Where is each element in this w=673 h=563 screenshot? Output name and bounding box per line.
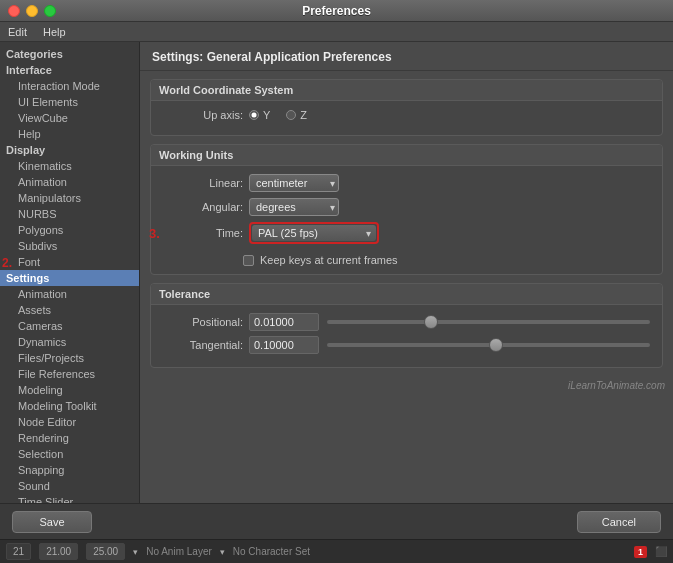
- menu-edit[interactable]: Edit: [8, 26, 27, 38]
- linear-row: Linear: millimetercentimetermeterkilomet…: [163, 174, 650, 192]
- angular-dropdown[interactable]: degreesradians: [249, 198, 339, 216]
- content-panel: Settings: General Application Preference…: [140, 42, 673, 503]
- statusbar: 21 21.00 25.00 ▾ No Anim Layer ▾ No Char…: [0, 539, 673, 563]
- sidebar-item-file-references[interactable]: File References: [0, 366, 139, 382]
- linear-label: Linear:: [163, 177, 243, 189]
- maximize-button[interactable]: [44, 5, 56, 17]
- main-content: Categories Interface Interaction Mode UI…: [0, 42, 673, 503]
- tangential-row: Tangential:: [163, 336, 650, 354]
- sidebar-item-help[interactable]: Help: [0, 126, 139, 142]
- sidebar-categories-header: Categories: [0, 46, 139, 62]
- tolerance-group: Tolerance Positional: Tangential:: [150, 283, 663, 368]
- world-coordinate-content: Up axis: Y Z: [151, 101, 662, 135]
- sidebar-item-interaction-mode[interactable]: Interaction Mode: [0, 78, 139, 94]
- up-axis-y-radio[interactable]: [249, 110, 259, 120]
- tangential-slider[interactable]: [327, 343, 650, 347]
- keep-keys-checkbox[interactable]: [243, 255, 254, 266]
- minimize-button[interactable]: [26, 5, 38, 17]
- working-units-content: Linear: millimetercentimetermeterkilomet…: [151, 166, 662, 274]
- up-axis-z-radio[interactable]: [286, 110, 296, 120]
- status-badge: 1: [634, 546, 647, 558]
- time-dropdown-wrapper: Film (24 fps)PAL (25 fps)NTSC (30 fps)Sh…: [249, 222, 379, 244]
- up-axis-z-option[interactable]: Z: [286, 109, 307, 121]
- sidebar-item-viewcube[interactable]: ViewCube: [0, 110, 139, 126]
- tolerance-title: Tolerance: [151, 284, 662, 305]
- angular-label: Angular:: [163, 201, 243, 213]
- sidebar-item-node-editor[interactable]: Node Editor: [0, 414, 139, 430]
- time-row: 3. Time: Film (24 fps)PAL (25 fps)NTSC (…: [163, 222, 650, 244]
- sidebar-item-sound[interactable]: Sound: [0, 478, 139, 494]
- sidebar-item-files-projects[interactable]: Files/Projects: [0, 350, 139, 366]
- menu-help[interactable]: Help: [43, 26, 66, 38]
- sidebar-item-display[interactable]: Display: [0, 142, 139, 158]
- up-axis-radio-group: Y Z: [249, 109, 307, 121]
- world-coordinate-title: World Coordinate System: [151, 80, 662, 101]
- anim-layer-label: No Anim Layer: [146, 546, 212, 557]
- time-label: Time:: [163, 227, 243, 239]
- sidebar-item-nurbs[interactable]: NURBS: [0, 206, 139, 222]
- cancel-button[interactable]: Cancel: [577, 511, 661, 533]
- sidebar-item-modeling-toolkit[interactable]: Modeling Toolkit: [0, 398, 139, 414]
- positional-slider[interactable]: [327, 320, 650, 324]
- keep-keys-row: Keep keys at current frames: [163, 250, 650, 266]
- sidebar-item-selection[interactable]: Selection: [0, 446, 139, 462]
- sidebar-item-interface[interactable]: Interface: [0, 62, 139, 78]
- sidebar-item-kinematics[interactable]: Kinematics: [0, 158, 139, 174]
- save-button[interactable]: Save: [12, 511, 92, 533]
- sidebar-item-subdivs[interactable]: Subdivs: [0, 238, 139, 254]
- status-icon: ⬛: [655, 546, 667, 557]
- titlebar: Preferences: [0, 0, 673, 22]
- sidebar-item-time-slider[interactable]: Time Slider: [0, 494, 139, 503]
- annotation-3: 3.: [149, 226, 160, 241]
- linear-dropdown-wrapper: millimetercentimetermeterkilometerinchfo…: [249, 174, 339, 192]
- sidebar-item-settings[interactable]: Settings: [0, 270, 139, 286]
- status-val3: 25.00: [86, 543, 125, 560]
- linear-dropdown[interactable]: millimetercentimetermeterkilometerinchfo…: [249, 174, 339, 192]
- content-header: Settings: General Application Preference…: [140, 42, 673, 71]
- sidebar-item-rendering[interactable]: Rendering: [0, 430, 139, 446]
- status-val1: 21: [6, 543, 31, 560]
- tolerance-content: Positional: Tangential:: [151, 305, 662, 367]
- tangential-input[interactable]: [249, 336, 319, 354]
- positional-slider-thumb[interactable]: [424, 315, 438, 329]
- sidebar-item-cameras[interactable]: Cameras: [0, 318, 139, 334]
- up-axis-y-option[interactable]: Y: [249, 109, 270, 121]
- sidebar-item-settings-animation[interactable]: Animation: [0, 286, 139, 302]
- char-set-arrow: ▾: [220, 547, 225, 557]
- sidebar-item-polygons[interactable]: Polygons: [0, 222, 139, 238]
- positional-label: Positional:: [163, 316, 243, 328]
- up-axis-y-label: Y: [263, 109, 270, 121]
- angular-dropdown-wrapper: degreesradians: [249, 198, 339, 216]
- sidebar-item-modeling[interactable]: Modeling: [0, 382, 139, 398]
- anim-layer-arrow: ▾: [133, 547, 138, 557]
- sidebar-item-manipulators[interactable]: Manipulators: [0, 190, 139, 206]
- world-coordinate-group: World Coordinate System Up axis: Y Z: [150, 79, 663, 136]
- working-units-group: Working Units Linear: millimetercentimet…: [150, 144, 663, 275]
- sidebar-item-snapping[interactable]: Snapping: [0, 462, 139, 478]
- close-button[interactable]: [8, 5, 20, 17]
- up-axis-row: Up axis: Y Z: [163, 109, 650, 121]
- positional-input[interactable]: [249, 313, 319, 331]
- sidebar-item-ui-elements[interactable]: UI Elements: [0, 94, 139, 110]
- traffic-lights: [8, 5, 56, 17]
- tangential-label: Tangential:: [163, 339, 243, 351]
- up-axis-z-label: Z: [300, 109, 307, 121]
- positional-row: Positional:: [163, 313, 650, 331]
- sidebar-item-dynamics[interactable]: Dynamics: [0, 334, 139, 350]
- sidebar: Categories Interface Interaction Mode UI…: [0, 42, 140, 503]
- time-dropdown[interactable]: Film (24 fps)PAL (25 fps)NTSC (30 fps)Sh…: [252, 225, 376, 241]
- menubar: Edit Help: [0, 22, 673, 42]
- tangential-slider-thumb[interactable]: [489, 338, 503, 352]
- sidebar-item-animation[interactable]: Animation: [0, 174, 139, 190]
- working-units-title: Working Units: [151, 145, 662, 166]
- angular-row: Angular: degreesradians: [163, 198, 650, 216]
- sidebar-item-font[interactable]: Font 2.: [0, 254, 139, 270]
- annotation-2: 2.: [2, 256, 12, 270]
- char-set-label: No Character Set: [233, 546, 310, 557]
- watermark: iLearnToAnimate.com: [140, 376, 673, 393]
- status-val2: 21.00: [39, 543, 78, 560]
- up-axis-label: Up axis:: [163, 109, 243, 121]
- keep-keys-label: Keep keys at current frames: [260, 254, 398, 266]
- window-title: Preferences: [302, 4, 371, 18]
- sidebar-item-assets[interactable]: Assets: [0, 302, 139, 318]
